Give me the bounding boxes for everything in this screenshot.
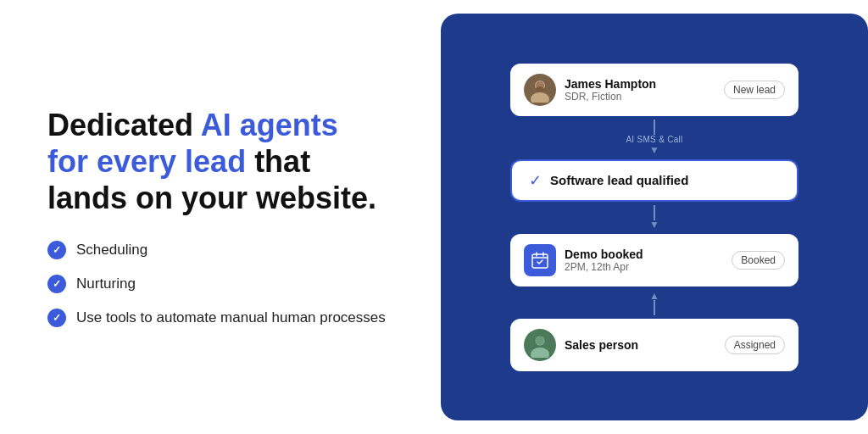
connector-2: ▼	[649, 202, 659, 234]
card-sales: Sales person Assigned	[510, 319, 798, 371]
line-1	[654, 120, 655, 135]
connector-ai-sms: AI SMS & Call ▼	[626, 116, 682, 159]
right-panel: James Hampton SDR, Fiction New lead AI S…	[441, 14, 868, 420]
feature-tools: Use tools to automate manual human proce…	[47, 308, 393, 328]
sales-info: Sales person	[565, 338, 716, 352]
flow-container: James Hampton SDR, Fiction New lead AI S…	[510, 64, 798, 371]
svg-point-1	[531, 92, 549, 103]
svg-point-6	[531, 348, 549, 358]
arrow-down-1: ▼	[649, 144, 659, 156]
james-name: James Hampton	[565, 77, 715, 91]
ai-sms-label: AI SMS & Call	[626, 135, 682, 144]
james-sub: SDR, Fiction	[565, 91, 715, 103]
avatar-sales	[524, 329, 556, 361]
svg-rect-4	[532, 254, 548, 268]
avatar-james	[524, 74, 556, 106]
card-qualified: ✓ Software lead qualified	[510, 159, 798, 202]
headline-highlight: AI agentsfor every lead	[47, 108, 338, 179]
avatar-demo	[524, 244, 556, 276]
qualified-check-icon: ✓	[529, 171, 542, 190]
james-badge: New lead	[724, 81, 785, 99]
left-panel: Dedicated AI agentsfor every lead thatla…	[0, 0, 441, 434]
features-list: Scheduling Nurturing Use tools to automa…	[47, 240, 393, 327]
feature-nurturing: Nurturing	[47, 274, 393, 294]
feature-text-nurturing: Nurturing	[76, 274, 136, 294]
connector-3: ▲	[649, 287, 659, 319]
check-icon-tools	[47, 309, 66, 327]
sales-name: Sales person	[565, 338, 716, 352]
feature-scheduling: Scheduling	[47, 240, 393, 260]
james-info: James Hampton SDR, Fiction	[565, 77, 715, 103]
check-icon-scheduling	[47, 241, 66, 259]
sales-badge: Assigned	[725, 336, 785, 354]
line-3	[654, 300, 655, 315]
demo-name: Demo booked	[565, 248, 723, 261]
arrow-down-2: ▼	[649, 219, 659, 231]
demo-info: Demo booked 2PM, 12th Apr	[565, 248, 723, 273]
headline: Dedicated AI agentsfor every lead thatla…	[47, 107, 393, 217]
svg-point-3	[536, 86, 544, 92]
demo-badge: Booked	[732, 251, 785, 270]
qualified-text: Software lead qualified	[550, 173, 688, 187]
card-demo: Demo booked 2PM, 12th Apr Booked	[510, 234, 798, 287]
check-icon-nurturing	[47, 275, 66, 293]
card-james: James Hampton SDR, Fiction New lead	[510, 64, 798, 116]
feature-text-scheduling: Scheduling	[76, 240, 147, 260]
demo-sub: 2PM, 12th Apr	[565, 261, 723, 273]
feature-text-tools: Use tools to automate manual human proce…	[76, 308, 386, 328]
svg-point-7	[536, 337, 544, 345]
